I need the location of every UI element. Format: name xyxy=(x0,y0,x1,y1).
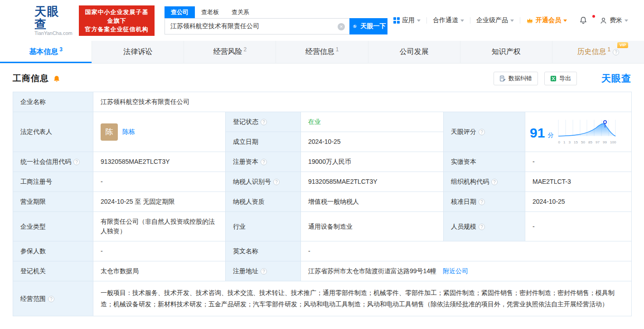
help-icon[interactable] xyxy=(273,179,280,185)
table-row: 营业期限 2024-10-25 至 无固定期限 纳税人资质 增值税一般纳税人 核… xyxy=(13,192,632,212)
data-correction-button[interactable]: 数据纠错 xyxy=(494,72,538,85)
help-icon[interactable] xyxy=(491,179,498,185)
logo-domain: TianYanCha.com xyxy=(34,30,73,36)
search-area: 查公司 查老板 查关系 天眼一下 xyxy=(165,6,387,34)
nav-open-vip[interactable]: 开通会员 xyxy=(520,16,573,25)
tianyancha-logo-icon xyxy=(10,10,31,31)
search-box xyxy=(165,18,349,34)
score-axis: 0131550859799100 xyxy=(558,137,616,147)
search-tab-boss[interactable]: 查老板 xyxy=(195,6,225,18)
header: 天眼查 TianYanCha.com 国家中小企业发展子基金旗下 官方备案企业征… xyxy=(0,0,644,41)
tab-company-development[interactable]: 公司发展 xyxy=(368,41,460,63)
tianyan-score-value: 91 xyxy=(530,128,545,137)
chevron-down-icon xyxy=(563,20,567,24)
apps-grid-icon xyxy=(393,17,400,24)
chevron-down-icon xyxy=(417,20,421,24)
help-icon[interactable] xyxy=(479,199,485,205)
approval-date-value: 2024-10-25 xyxy=(525,192,632,212)
search-tab-relation[interactable]: 查关系 xyxy=(225,6,256,18)
field-label-industry: 行业 xyxy=(226,212,301,241)
tab-basic-info[interactable]: 基本信息3 xyxy=(0,41,92,63)
field-label-taxpayer-id: 纳税人识别号 xyxy=(226,172,301,192)
crown-icon xyxy=(526,17,533,24)
gov-badge-line1: 国家中小企业发展子基金旗下 xyxy=(83,8,150,25)
nav-cooperation[interactable]: 合作通道 xyxy=(427,16,470,25)
tab-history-info[interactable]: VIP 历史信息1 xyxy=(552,41,644,63)
tianyan-score-unit: 分 xyxy=(547,130,553,140)
help-icon[interactable] xyxy=(479,224,485,230)
clear-search-icon[interactable] xyxy=(338,23,345,30)
field-label-reg-capital: 注册资本 xyxy=(226,152,301,172)
field-label-org-code: 组织机构代码 xyxy=(444,172,525,192)
taxpayer-id-value: 91320585MAE2TLCT3Y xyxy=(301,172,444,192)
tab-operation-risk[interactable]: 经营风险2 xyxy=(184,41,276,63)
nav-enterprise-products[interactable]: 企业级产品 xyxy=(470,16,520,25)
tab-count: 1 xyxy=(336,46,339,53)
field-label-taxpayer-quality: 纳税人资质 xyxy=(226,192,301,212)
help-icon[interactable] xyxy=(479,129,485,135)
legal-rep-link[interactable]: 陈栋 xyxy=(122,127,135,137)
staff-size-value: - xyxy=(525,212,632,241)
field-label-credit-code: 统一社会信用代码 xyxy=(13,152,93,172)
field-label-insured-count: 参保人数 xyxy=(13,241,93,261)
chevron-down-icon xyxy=(625,20,628,24)
field-label-company-name: 企业名称 xyxy=(13,92,93,112)
search-tab-company[interactable]: 查公司 xyxy=(165,6,195,18)
help-icon[interactable] xyxy=(48,296,54,302)
nav-apps[interactable]: 应用 xyxy=(387,16,426,25)
tab-intellectual-property[interactable]: 知识产权 xyxy=(460,41,552,63)
user-icon xyxy=(600,17,607,25)
business-term-value: 2024-10-25 至 无固定期限 xyxy=(93,192,226,212)
org-code-value: MAE2TLCT-3 xyxy=(525,172,632,192)
score-cell: 91 分 xyxy=(525,112,632,152)
field-label-paid-capital: 实缴资本 xyxy=(444,152,525,172)
search-button[interactable]: 天眼一下 xyxy=(349,18,387,34)
help-icon[interactable] xyxy=(261,159,267,165)
field-label-business-term: 营业期限 xyxy=(13,192,93,212)
tab-operation-info[interactable]: 经营信息1 xyxy=(276,41,368,63)
company-detail-tabs: 基本信息3 法律诉讼 经营风险2 经营信息1 公司发展 知识产权 VIP 历史信… xyxy=(0,41,644,64)
table-row: 工商注册号 - 纳税人识别号 91320585MAE2TLCT3Y 组织机构代码… xyxy=(13,172,632,192)
business-info-table: 企业名称 江苏领科航空技术有限责任公司 法定代表人 陈 陈栋 登记状态 在业 天… xyxy=(13,92,632,316)
tianyancha-logo[interactable]: 天眼查 TianYanCha.com xyxy=(10,5,73,36)
industry-value: 通用设备制造业 xyxy=(301,212,444,241)
table-row: 参保人数 - 英文名称 - xyxy=(13,241,632,261)
search-button-logo-icon xyxy=(351,23,358,30)
reg-authority-value: 太仓市数据局 xyxy=(93,261,226,281)
export-button[interactable]: 导出 xyxy=(544,72,577,85)
help-icon[interactable] xyxy=(73,159,80,165)
table-row: 统一社会信用代码 91320585MAE2TLCT3Y 注册资本 19000万人… xyxy=(13,152,632,172)
search-input[interactable] xyxy=(165,19,349,34)
table-row: 企业类型 有限责任公司（非自然人投资或控股的法人独资） 行业 通用设备制造业 人… xyxy=(13,212,632,241)
legal-rep-avatar[interactable]: 陈 xyxy=(101,123,118,141)
reg-address-value: 江苏省苏州市太仓市陆渡街道富达路99号14幢 xyxy=(308,267,436,275)
reg-address-cell: 江苏省苏州市太仓市陆渡街道富达路99号14幢 附近公司 xyxy=(301,261,632,281)
section-header: 工商信息 数据纠错 导出 天眼查 xyxy=(13,64,631,92)
nav-user[interactable]: 费米 xyxy=(594,16,634,25)
tianyancha-logo-icon xyxy=(587,73,599,84)
top-nav: 应用 合作通道 企业级产品 开通会员 费米 xyxy=(387,16,634,25)
main-content: 工商信息 数据纠错 导出 天眼查 企业名称 江苏领科航空技术有限责 xyxy=(0,64,644,316)
chevron-down-icon xyxy=(510,20,514,24)
subscribe-bell-icon[interactable] xyxy=(53,75,61,83)
notification-bell[interactable] xyxy=(573,16,594,25)
nearby-companies-link[interactable]: 附近公司 xyxy=(443,267,468,275)
excel-export-icon xyxy=(550,75,557,82)
section-title: 工商信息 xyxy=(13,73,49,84)
gov-badge-line2: 官方备案企业征信机构 xyxy=(83,25,150,34)
company-type-value: 有限责任公司（非自然人投资或控股的法人独资） xyxy=(93,212,226,241)
field-label-establish-date: 成立日期 xyxy=(226,132,301,152)
document-edit-icon xyxy=(499,75,506,82)
field-label-reg-authority: 登记机关 xyxy=(13,261,93,281)
help-icon[interactable] xyxy=(261,119,267,125)
tab-legal-proceedings[interactable]: 法律诉讼 xyxy=(92,41,184,63)
field-label-reg-status: 登记状态 xyxy=(226,112,301,132)
taxpayer-quality-value: 增值税一般纳税人 xyxy=(301,192,444,212)
section-actions: 数据纠错 导出 天眼查 xyxy=(494,72,631,85)
bell-icon xyxy=(579,16,588,25)
help-icon[interactable] xyxy=(261,268,267,275)
help-icon[interactable] xyxy=(613,49,619,55)
field-label-approval-date: 核准日期 xyxy=(444,192,525,212)
table-row: 登记机关 太仓市数据局 注册地址 江苏省苏州市太仓市陆渡街道富达路99号14幢 … xyxy=(13,261,632,281)
vip-badge: VIP xyxy=(617,42,629,48)
